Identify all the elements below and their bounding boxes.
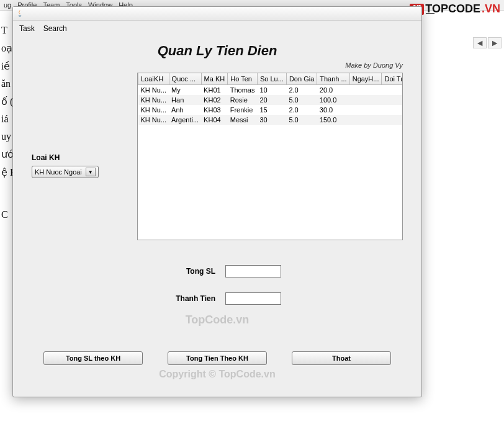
table-cell: KH Nu...	[138, 115, 169, 125]
table-row[interactable]: KH Nu...MyKH01Thomas102.020.0	[138, 85, 403, 96]
chevron-down-icon[interactable]: ▼	[86, 168, 96, 176]
copyright-watermark: Copyright © TopCode.vn	[13, 369, 421, 380]
column-header[interactable]: Ma KH	[201, 73, 228, 85]
watermark-text: TopCode.vn	[13, 313, 421, 327]
pager-left-icon[interactable]: ◄	[473, 37, 487, 48]
column-header[interactable]: Ho Ten	[228, 73, 258, 85]
table-cell	[349, 115, 382, 125]
column-header[interactable]: Quoc ...	[169, 73, 201, 85]
combo-value: KH Nuoc Ngoai	[35, 168, 82, 176]
menu-task[interactable]: Task	[19, 24, 35, 33]
table-cell: KH01	[201, 85, 228, 96]
menu-item[interactable]: ug	[4, 1, 11, 9]
tong-tien-theo-kh-button[interactable]: Tong Tien Theo KH	[168, 351, 267, 365]
table-cell: 10	[257, 85, 286, 96]
table-cell: KH Nu...	[138, 85, 169, 96]
menu-search[interactable]: Search	[43, 24, 67, 33]
page-title: Quan Ly Tien Dien	[13, 43, 421, 59]
thanh-tien-input[interactable]	[225, 292, 281, 305]
table-cell: 2.0	[286, 105, 317, 115]
table-cell	[382, 115, 403, 125]
table-cell: Anh	[169, 105, 201, 115]
table-cell: 100.0	[317, 95, 349, 105]
tong-sl-theo-kh-button[interactable]: Tong SL theo KH	[43, 351, 143, 365]
table-cell: KH Nu...	[138, 95, 169, 105]
table-row[interactable]: KH Nu...HanKH02Rosie205.0100.0	[138, 95, 403, 105]
table-cell: Messi	[228, 115, 258, 125]
table-cell: 30	[257, 115, 286, 125]
java-icon	[16, 9, 24, 18]
table-cell: Frenkie	[228, 105, 258, 115]
table-row[interactable]: KH Nu...Argenti...KH04Messi305.0150.0	[138, 115, 403, 125]
tong-sl-input[interactable]	[225, 265, 281, 277]
table-cell: 30.0	[317, 105, 349, 115]
minimize-icon[interactable]: —	[426, 7, 434, 17]
table-cell: Rosie	[228, 95, 258, 105]
loai-kh-label: Loai KH	[32, 153, 137, 162]
titlebar[interactable]	[13, 7, 421, 20]
column-header[interactable]: LoaiKH	[138, 73, 169, 85]
table-cell: Thomas	[228, 85, 258, 96]
filter-panel: Loai KH KH Nuoc Ngoai ▼	[32, 73, 137, 240]
table-cell	[349, 95, 382, 105]
thanh-tien-label: Thanh Tien	[153, 294, 215, 303]
logo-suffix: .VN	[482, 2, 500, 16]
table-cell: KH Nu...	[138, 105, 169, 115]
column-header[interactable]: Don Gia	[286, 73, 317, 85]
table-cell	[349, 85, 382, 96]
table-cell: 15	[257, 105, 286, 115]
app-menubar: Task Search	[13, 20, 421, 37]
app-window: Task Search Quan Ly Tien Dien Make by Du…	[12, 6, 422, 397]
table-cell: KH03	[201, 105, 228, 115]
column-header[interactable]: Doi Tu...	[382, 73, 403, 85]
column-header[interactable]: Thanh ...	[317, 73, 349, 85]
customer-table[interactable]: LoaiKHQuoc ...Ma KHHo TenSo Lu...Don Gia…	[137, 73, 403, 240]
table-cell: KH02	[201, 95, 228, 105]
table-cell: My	[169, 85, 201, 96]
column-header[interactable]: So Lu...	[257, 73, 286, 85]
table-cell: 5.0	[286, 95, 317, 105]
table-cell: 20	[257, 95, 286, 105]
pager-right-icon[interactable]: ►	[488, 37, 502, 48]
table-cell: 2.0	[286, 85, 317, 96]
tab-pager: ◄ ►	[473, 37, 502, 48]
credit-text: Make by Duong Vy	[13, 61, 421, 69]
table-cell: 5.0	[286, 115, 317, 125]
table-cell	[382, 85, 403, 96]
table-cell: 150.0	[317, 115, 349, 125]
table-cell: Argenti...	[169, 115, 201, 125]
topcode-logo: {/} TOPCODE.VN	[410, 2, 500, 16]
table-cell	[349, 105, 382, 115]
thoat-button[interactable]: Thoat	[292, 351, 391, 365]
tong-sl-label: Tong SL	[153, 267, 215, 276]
table-cell: 20.0	[317, 85, 349, 96]
table-cell	[382, 105, 403, 115]
table-row[interactable]: KH Nu...AnhKH03Frenkie152.030.0	[138, 105, 403, 115]
loai-kh-combo[interactable]: KH Nuoc Ngoai ▼	[32, 166, 99, 178]
column-header[interactable]: NgayH...	[349, 73, 382, 85]
table-cell	[382, 95, 403, 105]
table-cell: KH04	[201, 115, 228, 125]
table-cell: Han	[169, 95, 201, 105]
